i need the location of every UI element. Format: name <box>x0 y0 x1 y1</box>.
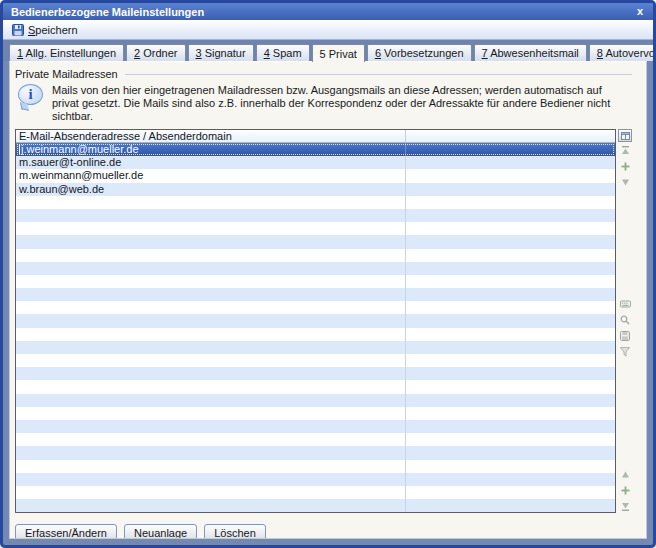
empty-cell[interactable] <box>406 341 615 354</box>
email-cell[interactable] <box>16 473 406 486</box>
email-cell[interactable] <box>16 209 406 222</box>
delete-button[interactable]: Löschen <box>204 524 266 539</box>
empty-cell[interactable] <box>406 446 615 459</box>
empty-cell[interactable] <box>406 407 615 420</box>
tab-2[interactable]: 2 Ordner <box>126 44 185 61</box>
email-cell[interactable]: m.weinmann@mueller.de <box>16 169 406 182</box>
table-row-empty[interactable] <box>16 394 615 407</box>
table-row[interactable]: m.sauer@t-online.de <box>16 156 615 169</box>
table-row-empty[interactable] <box>16 420 615 433</box>
empty-cell[interactable] <box>406 499 615 512</box>
tab-5[interactable]: 5 Privat <box>312 44 365 62</box>
tab-6[interactable]: 6 Vorbesetzungen <box>367 44 472 61</box>
empty-cell[interactable] <box>406 288 615 301</box>
table-row-empty[interactable] <box>16 460 615 473</box>
email-cell[interactable]: m.sauer@t-online.de <box>16 156 406 169</box>
filter-icon[interactable] <box>620 347 631 357</box>
empty-cell[interactable] <box>406 169 615 182</box>
email-cell[interactable] <box>16 446 406 459</box>
tab-7[interactable]: 7 Abwesenheitsmail <box>474 44 587 61</box>
empty-cell[interactable] <box>406 380 615 393</box>
email-cell[interactable] <box>16 235 406 248</box>
empty-cell[interactable] <box>406 473 615 486</box>
edit-button[interactable]: Erfassen/Ändern <box>15 524 117 539</box>
table-header-email-column[interactable]: E-Mail-Absenderadresse / Absenderdomain <box>16 130 406 142</box>
table-row-empty[interactable] <box>16 367 615 380</box>
empty-cell[interactable] <box>406 196 615 209</box>
table-row[interactable]: m.weinmann@mueller.de <box>16 169 615 182</box>
table-row-empty[interactable] <box>16 288 615 301</box>
empty-cell[interactable] <box>406 235 615 248</box>
empty-cell[interactable] <box>406 156 615 169</box>
email-cell[interactable] <box>16 262 406 275</box>
table-row-empty[interactable] <box>16 499 615 512</box>
email-cell[interactable] <box>16 367 406 380</box>
email-cell[interactable] <box>16 249 406 262</box>
tab-4[interactable]: 4 Spam <box>256 44 310 61</box>
table-row-empty[interactable] <box>16 222 615 235</box>
table-row-empty[interactable] <box>16 407 615 420</box>
table-row-empty[interactable] <box>16 473 615 486</box>
column-settings-button[interactable] <box>618 129 632 142</box>
tab-3[interactable]: 3 Signatur <box>188 44 254 61</box>
insert-plus-bottom-icon[interactable] <box>620 485 631 495</box>
empty-cell[interactable] <box>406 486 615 499</box>
table-row-empty[interactable] <box>16 380 615 393</box>
empty-cell[interactable] <box>406 301 615 314</box>
table-row-empty[interactable] <box>16 196 615 209</box>
empty-cell[interactable] <box>406 275 615 288</box>
email-cell[interactable] <box>16 394 406 407</box>
email-cell[interactable] <box>16 328 406 341</box>
scroll-to-bottom-icon[interactable] <box>620 501 631 511</box>
empty-cell[interactable] <box>406 460 615 473</box>
search-icon[interactable] <box>620 315 631 325</box>
table-row-empty[interactable] <box>16 275 615 288</box>
table-header-empty-column[interactable] <box>406 130 615 142</box>
table-row-empty[interactable] <box>16 262 615 275</box>
empty-cell[interactable] <box>406 354 615 367</box>
email-cell[interactable] <box>16 499 406 512</box>
email-cell[interactable] <box>16 222 406 235</box>
empty-cell[interactable] <box>406 143 615 156</box>
titlebar[interactable]: Bedienerbezogene Maileinstellungen x <box>3 3 653 20</box>
email-cell[interactable] <box>16 354 406 367</box>
email-cell[interactable] <box>16 314 406 327</box>
scroll-to-top-icon[interactable] <box>620 145 631 155</box>
mail-address-table[interactable]: E-Mail-Absenderadresse / Absenderdomain … <box>15 129 616 513</box>
new-button[interactable]: Neuanlage <box>124 524 197 539</box>
empty-cell[interactable] <box>406 209 615 222</box>
empty-cell[interactable] <box>406 433 615 446</box>
save-list-icon[interactable] <box>620 331 631 341</box>
email-cell[interactable] <box>16 407 406 420</box>
email-cell[interactable] <box>16 486 406 499</box>
empty-cell[interactable] <box>406 222 615 235</box>
scroll-down-icon[interactable] <box>620 177 631 187</box>
close-icon[interactable]: x <box>635 6 645 17</box>
email-cell[interactable] <box>16 301 406 314</box>
keyboard-icon[interactable] <box>620 299 631 309</box>
table-row-empty[interactable] <box>16 341 615 354</box>
email-cell[interactable] <box>16 460 406 473</box>
scroll-up-icon[interactable] <box>620 469 631 479</box>
table-row-empty[interactable] <box>16 433 615 446</box>
email-cell[interactable]: j.weinmann@mueller.de <box>16 143 406 156</box>
table-row-empty[interactable] <box>16 209 615 222</box>
table-row-empty[interactable] <box>16 354 615 367</box>
tab-8[interactable]: 8 Autovervollständigung <box>589 44 656 61</box>
table-row-empty[interactable] <box>16 235 615 248</box>
table-row-empty[interactable] <box>16 249 615 262</box>
empty-cell[interactable] <box>406 249 615 262</box>
email-cell[interactable] <box>16 275 406 288</box>
email-cell[interactable] <box>16 341 406 354</box>
empty-cell[interactable] <box>406 183 615 196</box>
empty-cell[interactable] <box>406 328 615 341</box>
email-cell[interactable] <box>16 433 406 446</box>
table-row-empty[interactable] <box>16 301 615 314</box>
empty-cell[interactable] <box>406 314 615 327</box>
insert-plus-icon[interactable] <box>620 161 631 171</box>
table-row-empty[interactable] <box>16 446 615 459</box>
empty-cell[interactable] <box>406 367 615 380</box>
email-cell[interactable] <box>16 196 406 209</box>
email-cell[interactable]: w.braun@web.de <box>16 183 406 196</box>
tab-1[interactable]: 1 Allg. Einstellungen <box>9 44 124 61</box>
